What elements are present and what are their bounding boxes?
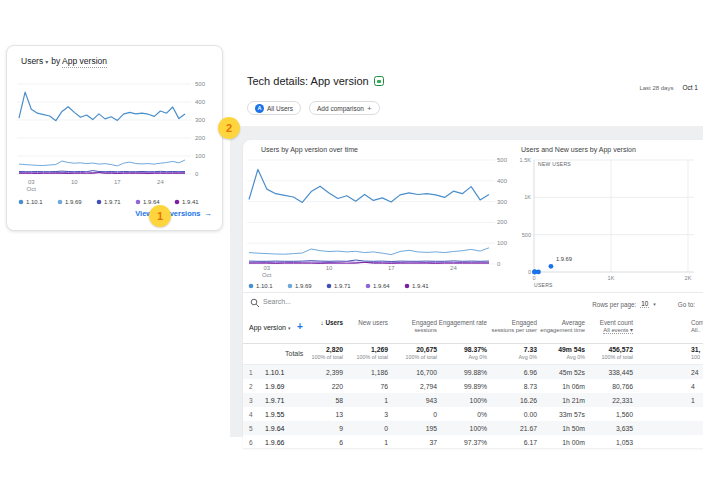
table-row: 11.10.12,3991,18616,70099.88%6.9645m 52s…	[243, 365, 703, 379]
legend-item: 1.9.64	[366, 283, 391, 289]
svg-text:500: 500	[195, 81, 206, 87]
svg-text:1K: 1K	[608, 275, 615, 281]
users-by-app-version-card: Users▾by App version 010020030040050003O…	[6, 45, 223, 231]
svg-text:100: 100	[497, 240, 508, 246]
legend-item: 1.10.1	[19, 199, 44, 205]
add-comparison-chip[interactable]: Add comparison +	[309, 101, 380, 115]
table-row: 51.9.6490195100%21.671h 50m3,635	[243, 421, 703, 435]
svg-text:500: 500	[497, 157, 508, 163]
metric-cell: 22,331	[543, 397, 633, 404]
svg-text:0: 0	[528, 269, 531, 275]
date-range-value: Oct 1	[682, 84, 698, 91]
page-title: Tech details: App version	[247, 75, 384, 87]
svg-text:1.9.69: 1.9.69	[65, 199, 82, 205]
svg-text:1.9.41: 1.9.41	[182, 199, 199, 205]
mini-line-chart: 010020030040050003Oct1017241.10.11.9.691…	[13, 72, 218, 217]
legend-item: 1.9.69	[288, 283, 313, 289]
svg-text:1.9.69: 1.9.69	[295, 283, 312, 289]
legend-item: 1.10.1	[249, 283, 274, 289]
pager: Rows per page: 10 ▾ Go to:	[592, 300, 695, 308]
rows-per-page-label: Rows per page:	[592, 301, 636, 308]
metric-selector[interactable]: Users	[21, 56, 43, 66]
svg-text:10: 10	[326, 265, 333, 271]
metric-cell: 80,766	[543, 383, 633, 390]
svg-text:300: 300	[497, 199, 508, 205]
metric-cell: 3,635	[543, 425, 633, 432]
line-chart-title: Users by App version over time	[261, 146, 358, 153]
date-range-picker[interactable]: Last 28 days Oct 1	[639, 84, 698, 91]
totals-cell: 456,572100% of total	[543, 346, 633, 360]
chevron-down-icon[interactable]: ▾	[653, 301, 656, 307]
svg-text:17: 17	[388, 265, 395, 271]
table-totals-row: Totals 2,820100% of total1,269100% of to…	[243, 344, 703, 365]
svg-text:500: 500	[522, 232, 531, 238]
svg-text:1.9.71: 1.9.71	[334, 283, 351, 289]
svg-text:Oct: Oct	[27, 186, 37, 192]
dimension-selector[interactable]: App version	[62, 56, 107, 68]
table-row: 61.9.66613797.37%6.171h 00m1,053	[243, 435, 703, 449]
by-label: by	[51, 56, 62, 66]
svg-text:1.9.71: 1.9.71	[104, 199, 121, 205]
table-row: 21.9.69220762,79499.89%8.731h 06m80,7664	[243, 379, 703, 393]
search-input[interactable]	[263, 298, 353, 305]
metric-cell: 1,053	[543, 439, 633, 446]
svg-text:1.5K: 1.5K	[519, 157, 531, 163]
svg-text:USERS: USERS	[534, 282, 553, 288]
svg-text:1.9.69: 1.9.69	[556, 256, 572, 262]
svg-text:400: 400	[497, 178, 508, 184]
legend-item: 1.9.41	[175, 199, 200, 205]
svg-text:0: 0	[497, 261, 501, 267]
annotation-step-2: 2	[218, 117, 240, 139]
all-users-chip[interactable]: A All Users	[247, 101, 301, 115]
table-row: 41.9.5513300%0.0033m 57s1,560	[243, 407, 703, 421]
scatter-point[interactable]	[532, 270, 537, 275]
legend-item: 1.9.69	[58, 199, 83, 205]
view-app-versions-link[interactable]: View app versions →	[135, 209, 212, 218]
metric-cell: 1,560	[543, 411, 633, 418]
svg-text:300: 300	[195, 117, 206, 123]
svg-text:17: 17	[114, 179, 121, 185]
metric-cell: 338,445	[543, 369, 633, 376]
metric-cell: 24	[691, 369, 703, 376]
audience-avatar-icon: A	[255, 104, 264, 113]
date-range-label: Last 28 days	[639, 85, 673, 91]
column-header[interactable]: ConvAll..	[691, 319, 703, 334]
chevron-down-icon[interactable]: ▾	[45, 59, 48, 65]
svg-text:200: 200	[195, 135, 206, 141]
totals-cell: 31,100	[691, 346, 703, 360]
arrow-right-icon: →	[205, 209, 213, 218]
add-comparison-label: Add comparison	[317, 105, 364, 112]
goto-label: Go to:	[678, 301, 695, 308]
svg-text:100: 100	[195, 153, 206, 159]
insights-icon[interactable]	[374, 76, 384, 86]
legend-item: 1.9.71	[97, 199, 122, 205]
mini-card-title: Users▾by App version	[21, 56, 107, 66]
svg-text:0: 0	[532, 275, 535, 281]
plus-icon: +	[367, 104, 372, 113]
svg-text:1.10.1: 1.10.1	[256, 283, 273, 289]
table-row: 31.9.71581943100%16.261h 21m22,3311	[243, 393, 703, 407]
metric-cell: 4	[691, 383, 703, 390]
svg-text:400: 400	[195, 99, 206, 105]
metric-cell: 1	[691, 397, 703, 404]
table-header: App version ▾ + ↓ UsersNew usersEngageds…	[243, 315, 703, 344]
svg-text:10: 10	[71, 179, 78, 185]
scatter-point[interactable]	[549, 264, 554, 269]
page-title-text: Tech details: App version	[247, 75, 369, 87]
table-toolbar: Rows per page: 10 ▾ Go to:	[243, 293, 703, 315]
rows-per-page-select[interactable]: 10	[640, 300, 649, 308]
svg-text:NEW USERS: NEW USERS	[538, 161, 571, 167]
legend-item: 1.9.71	[327, 283, 352, 289]
svg-text:03: 03	[28, 179, 35, 185]
report-card: Users by App version over time Users and…	[243, 140, 703, 448]
column-header[interactable]: Event countAll events ▾	[543, 319, 633, 334]
svg-text:0: 0	[195, 171, 199, 177]
comparison-chips: A All Users Add comparison +	[247, 101, 380, 115]
svg-text:1.10.1: 1.10.1	[26, 199, 43, 205]
scatter-chart-title: Users and New users by App version	[521, 146, 636, 153]
svg-text:24: 24	[157, 179, 164, 185]
svg-text:1.9.41: 1.9.41	[412, 283, 429, 289]
svg-text:24: 24	[450, 265, 457, 271]
svg-text:03: 03	[263, 265, 270, 271]
all-users-label: All Users	[267, 105, 293, 112]
